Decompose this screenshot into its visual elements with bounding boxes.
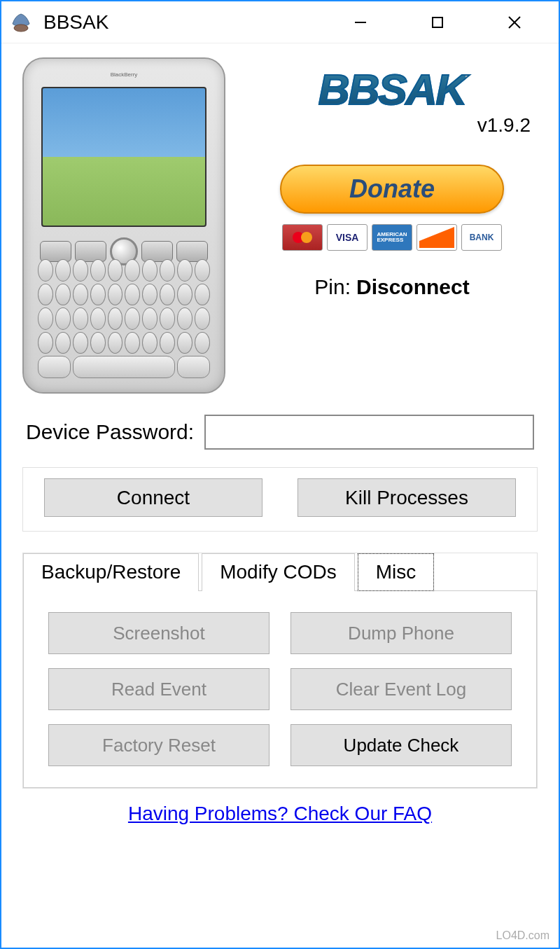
maximize-button[interactable]	[420, 5, 455, 40]
pin-row: Pin: Disconnect	[314, 275, 469, 299]
amex-icon: AMERICANEXPRESS	[372, 224, 412, 251]
tab-modify-cods[interactable]: Modify CODs	[202, 553, 354, 591]
app-icon	[7, 8, 35, 36]
connection-panel: Connect Kill Processes	[22, 467, 538, 532]
tab-header: Backup/Restore Modify CODs Misc	[23, 553, 537, 591]
phone-keyboard	[38, 259, 210, 378]
factory-reset-button[interactable]: Factory Reset	[48, 724, 270, 766]
tab-backup-restore[interactable]: Backup/Restore	[23, 553, 199, 591]
tab-content-misc: Screenshot Dump Phone Read Event Clear E…	[23, 590, 537, 788]
donate-button[interactable]: Donate	[280, 165, 504, 214]
close-button[interactable]	[497, 5, 532, 40]
faq-link[interactable]: Having Problems? Check Our FAQ	[22, 803, 538, 825]
window-title: BBSAK	[43, 11, 343, 34]
clear-event-log-button[interactable]: Clear Event Log	[290, 668, 512, 710]
tabs-panel: Backup/Restore Modify CODs Misc Screensh…	[22, 553, 538, 789]
screenshot-button[interactable]: Screenshot	[48, 612, 270, 654]
app-window: BBSAK BlackBerry	[0, 0, 560, 949]
mastercard-icon	[282, 224, 323, 251]
watermark: LO4D.com	[496, 929, 550, 942]
minimize-button[interactable]	[343, 5, 378, 40]
read-event-button[interactable]: Read Event	[48, 668, 270, 710]
content-area: BlackBerry BBSAK	[1, 43, 559, 948]
version-label: v1.9.2	[477, 114, 531, 137]
update-check-button[interactable]: Update Check	[290, 724, 512, 766]
password-input[interactable]	[204, 415, 534, 450]
kill-processes-button[interactable]: Kill Processes	[298, 478, 516, 517]
titlebar: BBSAK	[1, 1, 559, 43]
password-label: Device Password:	[26, 420, 194, 444]
pin-value: Disconnect	[356, 275, 470, 299]
discover-icon	[416, 224, 457, 251]
phone-screen	[41, 87, 206, 227]
tab-misc[interactable]: Misc	[358, 553, 435, 591]
device-image: BlackBerry	[22, 57, 225, 394]
svg-rect-2	[433, 18, 442, 27]
phone-brand-label: BlackBerry	[111, 71, 138, 78]
password-row: Device Password:	[22, 415, 538, 450]
svg-point-0	[14, 25, 28, 32]
app-logo: BBSAK	[318, 64, 465, 114]
dump-phone-button[interactable]: Dump Phone	[290, 612, 512, 654]
pin-label: Pin:	[314, 275, 351, 299]
bank-icon: BANK	[461, 224, 502, 251]
visa-icon: VISA	[327, 224, 368, 251]
connect-button[interactable]: Connect	[44, 478, 262, 517]
svg-point-6	[301, 232, 312, 243]
payment-icons: VISA AMERICANEXPRESS BANK	[282, 224, 502, 251]
